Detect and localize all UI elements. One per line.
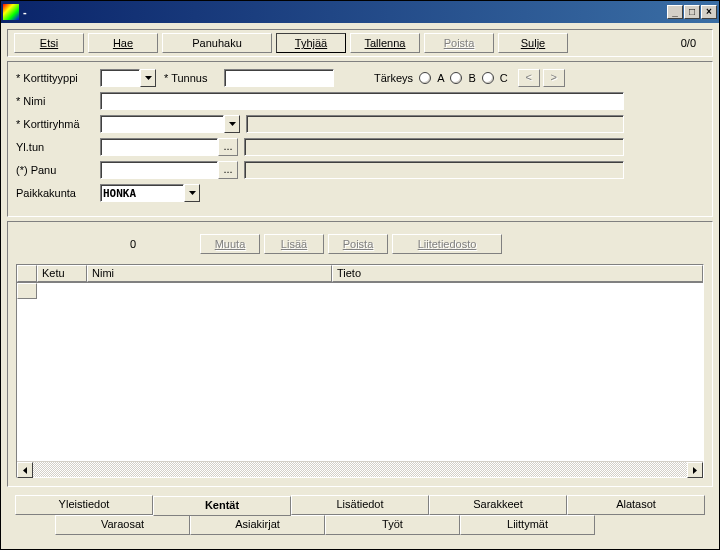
scroll-left-icon[interactable] [17, 462, 33, 478]
nav-prev-button[interactable]: < [518, 69, 540, 87]
priority-a-radio[interactable] [419, 72, 431, 84]
chevron-down-icon[interactable] [184, 184, 200, 202]
nimi-label: * Nimi [16, 95, 100, 107]
detail-panel: 0 Muuta Lisää Poista Liitetiedosto Ketu … [7, 221, 713, 487]
main-toolbar: Etsi Hae Panuhaku Tyhjää Tallenna Poista… [7, 29, 713, 57]
korttityyppi-combo[interactable] [100, 69, 156, 87]
korttityyppi-label: * Korttityyppi [16, 72, 100, 84]
window-title: - [23, 6, 667, 18]
priority-b-radio[interactable] [450, 72, 462, 84]
svg-marker-0 [145, 76, 152, 80]
grid-header: Ketu Nimi Tieto [17, 265, 703, 283]
svg-marker-1 [229, 122, 236, 126]
detail-count: 0 [96, 238, 136, 250]
korttiryhma-input[interactable] [100, 115, 224, 133]
tab-lisatiedot[interactable]: Lisätiedot [291, 495, 429, 515]
tunnus-input[interactable] [224, 69, 334, 87]
korttiryhma-label: * Korttiryhmä [16, 118, 100, 130]
form-panel: * Korttityyppi * Tunnus Tärkeys A B C < … [7, 61, 713, 217]
chevron-down-icon[interactable] [224, 115, 240, 133]
liitetiedosto-button[interactable]: Liitetiedosto [392, 234, 502, 254]
muuta-button[interactable]: Muuta [200, 234, 260, 254]
svg-marker-3 [23, 467, 27, 474]
tab-yleistiedot[interactable]: Yleistiedot [15, 495, 153, 515]
tab-varaosat[interactable]: Varaosat [55, 515, 190, 535]
tab-container: Yleistiedot Kentät Lisätiedot Sarakkeet … [7, 491, 713, 543]
svg-marker-4 [693, 467, 697, 474]
scroll-track[interactable] [33, 462, 687, 477]
tyhjaa-button[interactable]: Tyhjää [276, 33, 346, 53]
tab-kentat[interactable]: Kentät [153, 496, 291, 516]
scroll-right-icon[interactable] [687, 462, 703, 478]
panuhaku-button[interactable]: Panuhaku [162, 33, 272, 53]
titlebar: - _ □ × [1, 1, 719, 23]
maximize-button[interactable]: □ [684, 5, 700, 19]
nav-next-button[interactable]: > [543, 69, 565, 87]
hae-button[interactable]: Hae [88, 33, 158, 53]
svg-marker-2 [189, 191, 196, 195]
grid-corner [17, 265, 37, 282]
row-selector[interactable] [17, 283, 37, 299]
detail-poista-button[interactable]: Poista [328, 234, 388, 254]
sulje-button[interactable]: Sulje [498, 33, 568, 53]
tab-alatasot[interactable]: Alatasot [567, 495, 705, 515]
app-window: - _ □ × Etsi Hae Panuhaku Tyhjää Tallenn… [0, 0, 720, 550]
grid-col-tieto[interactable]: Tieto [332, 265, 703, 282]
panu-label: (*) Panu [16, 164, 100, 176]
tab-tyot[interactable]: Työt [325, 515, 460, 535]
tarkeys-label: Tärkeys [374, 72, 413, 84]
yltun-readonly [244, 138, 624, 156]
tab-liittymat[interactable]: Liittymät [460, 515, 595, 535]
grid-body[interactable] [17, 283, 703, 461]
panu-readonly [244, 161, 624, 179]
paikkakunta-label: Paikkakunta [16, 187, 100, 199]
panu-input[interactable] [100, 161, 218, 179]
tab-sarakkeet[interactable]: Sarakkeet [429, 495, 567, 515]
tallenna-button[interactable]: Tallenna [350, 33, 420, 53]
korttiryhma-readonly [246, 115, 624, 133]
paikkakunta-combo[interactable] [100, 184, 200, 202]
detail-grid[interactable]: Ketu Nimi Tieto [16, 264, 704, 478]
close-button[interactable]: × [701, 5, 717, 19]
poista-button[interactable]: Poista [424, 33, 494, 53]
etsi-button[interactable]: Etsi [14, 33, 84, 53]
tab-asiakirjat[interactable]: Asiakirjat [190, 515, 325, 535]
app-icon [3, 4, 19, 20]
yltun-label: Yl.tun [16, 141, 100, 153]
tunnus-label: * Tunnus [164, 72, 224, 84]
minimize-button[interactable]: _ [667, 5, 683, 19]
lisaa-button[interactable]: Lisää [264, 234, 324, 254]
korttiryhma-combo[interactable] [100, 115, 240, 133]
yltun-input[interactable] [100, 138, 218, 156]
korttityyppi-input[interactable] [100, 69, 140, 87]
yltun-browse-button[interactable]: ... [218, 138, 238, 156]
priority-c-radio[interactable] [482, 72, 494, 84]
paikkakunta-input[interactable] [100, 184, 184, 202]
nimi-input[interactable] [100, 92, 624, 110]
chevron-down-icon[interactable] [140, 69, 156, 87]
horizontal-scrollbar[interactable] [17, 461, 703, 477]
panu-browse-button[interactable]: ... [218, 161, 238, 179]
grid-col-nimi[interactable]: Nimi [87, 265, 332, 282]
grid-col-ketu[interactable]: Ketu [37, 265, 87, 282]
record-counter: 0/0 [681, 37, 706, 49]
